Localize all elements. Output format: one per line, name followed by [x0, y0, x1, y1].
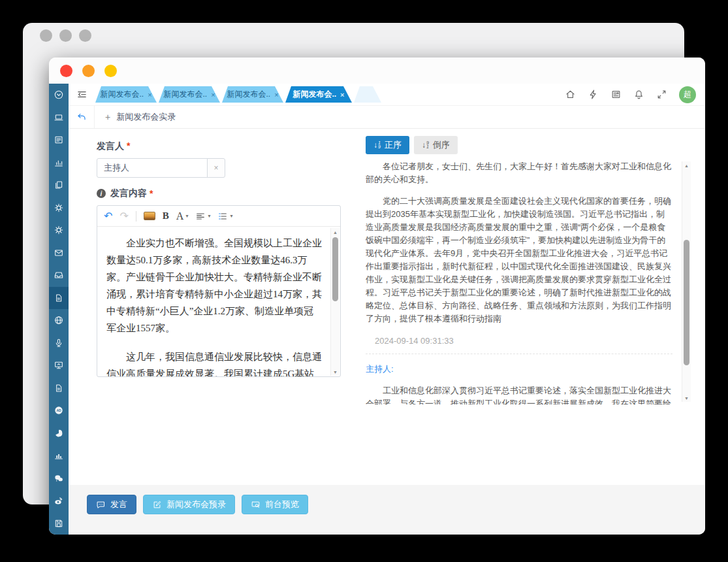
page-title: 新闻发布会实录	[116, 111, 176, 123]
scrollbar-thumb[interactable]	[332, 237, 338, 301]
fullscreen-icon[interactable]	[656, 89, 667, 100]
window-dot	[79, 29, 91, 42]
speaker-input[interactable]: 主持人	[97, 158, 208, 178]
editor-paragraph: 企业实力也不断增强。全国规模以上工业企业数量达50.1万多家，高新技术企业数量达…	[106, 235, 322, 337]
sidebar-item-ads[interactable]	[49, 399, 69, 422]
clear-speaker-button[interactable]: ×	[207, 158, 225, 178]
entry-timestamp: 2024-09-14 09:31:33	[366, 336, 673, 346]
redo-icon[interactable]: ↷	[119, 210, 128, 222]
tab-news-conference-3[interactable]: 新闻发布会.. ×	[222, 86, 283, 103]
action-footer: 发言 新闻发布会预录 前台预览	[69, 485, 705, 535]
topbar-icons: 超	[565, 86, 696, 103]
close-icon[interactable]: ×	[340, 91, 344, 99]
tab-label: 新闻发布会..	[227, 89, 270, 100]
sidebar-item-press-conference[interactable]	[49, 287, 69, 310]
tab-stub	[354, 86, 381, 103]
chevron-down-icon: ▾	[230, 213, 232, 219]
news-log-icon[interactable]	[610, 89, 622, 100]
transcript-scrollbar[interactable]: ▲ ▼	[682, 161, 691, 402]
home-icon[interactable]	[565, 89, 576, 100]
menu-fold-icon[interactable]	[76, 89, 87, 100]
editor-paragraph: 这几年，我国信息通信业发展比较快，信息通信业高质量发展成效显著。我国累计建成5G…	[106, 348, 322, 376]
sort-ascending-button[interactable]: ↓ 19 正序	[366, 136, 409, 154]
sidebar-item-pie-stats[interactable]	[49, 422, 69, 445]
sidebar-item-wechat[interactable]	[49, 467, 69, 490]
desktop-background: 新闻发布会.. × 新闻发布会.. × 新闻发布会.. × 新闻发布会..	[0, 0, 728, 562]
sidebar-item-settings-1[interactable]	[49, 197, 69, 220]
sort-numeric-asc-icon: ↓ 19	[373, 141, 381, 150]
open-tabs: 新闻发布会.. × 新闻发布会.. × 新闻发布会.. × 新闻发布会..	[95, 86, 381, 103]
insert-image-icon[interactable]	[144, 212, 155, 220]
prerecord-button[interactable]: 新闻发布会预录	[143, 495, 235, 514]
transcript-content: 各位记者朋友，女士们、先生们，大家上午好！首先感谢大家对工业和信息化部的关心和支…	[366, 160, 673, 405]
align-icon[interactable]: ▾	[195, 211, 210, 222]
tab-news-conference-4-active[interactable]: 新闻发布会.. ×	[285, 86, 352, 103]
back-button[interactable]	[69, 106, 95, 128]
ordered-list-icon[interactable]: ▾	[217, 211, 232, 222]
scroll-down-icon[interactable]: ▼	[682, 394, 691, 402]
speak-button[interactable]: 发言	[87, 495, 136, 514]
sort-asc-label: 正序	[385, 139, 402, 151]
tab-label: 新闻发布会..	[163, 89, 207, 100]
toolbar-divider	[136, 211, 136, 222]
sidebar-item-weibo[interactable]	[49, 489, 69, 512]
sidebar-item-save[interactable]	[49, 512, 69, 535]
window-dot	[59, 29, 72, 42]
undo-icon[interactable]: ↶	[104, 210, 112, 222]
sidebar-item-audio[interactable]	[49, 332, 69, 355]
transcript-paragraph: 党的二十大强调高质量发展是全面建设社会主义现代化国家的首要任务，明确提出到203…	[366, 195, 673, 325]
breadcrumb-row: + 新闻发布会实录	[69, 106, 705, 129]
editor-toolbar: ↶ ↷ B A▾ ▾ ▾	[97, 206, 340, 227]
tab-label: 新闻发布会..	[100, 89, 144, 100]
bold-icon[interactable]: B	[163, 210, 169, 222]
tab-news-conference-1[interactable]: 新闻发布会.. ×	[95, 86, 157, 103]
transcript-panel[interactable]: 各位记者朋友，女士们、先生们，大家上午好！首先感谢大家对工业和信息化部的关心和支…	[366, 160, 691, 405]
speaker-field-label: 发言人*	[97, 140, 341, 152]
sort-numeric-desc-icon: ↓ 91	[422, 141, 429, 150]
close-icon[interactable]: ×	[274, 91, 278, 99]
chevron-down-icon: ▾	[208, 213, 210, 219]
close-icon[interactable]: ×	[148, 91, 151, 99]
sidebar-item-mail[interactable]	[49, 242, 69, 265]
edit-icon	[152, 500, 162, 510]
editor-scrollbar[interactable]: ▲ ▼	[330, 228, 340, 376]
zoom-window-button[interactable]	[104, 65, 117, 77]
tab-label: 新闻发布会..	[293, 89, 336, 100]
sidebar-item-news[interactable]	[49, 129, 69, 152]
window-titlebar	[49, 58, 705, 84]
preview-icon	[251, 500, 261, 510]
tab-news-conference-2[interactable]: 新闻发布会.. ×	[159, 86, 220, 103]
sidebar-item-workspace[interactable]	[49, 107, 69, 129]
close-window-button[interactable]	[60, 65, 72, 77]
scroll-up-icon[interactable]: ▲	[331, 228, 340, 236]
close-icon[interactable]: ×	[211, 91, 215, 99]
scroll-down-icon[interactable]: ▼	[331, 368, 340, 376]
editor-content[interactable]: 企业实力也不断增强。全国规模以上工业企业数量达50.1万多家，高新技术企业数量达…	[97, 227, 340, 376]
bolt-icon[interactable]	[588, 89, 599, 100]
sidebar-item-copy[interactable]	[49, 174, 69, 197]
sidebar-item-settings-2[interactable]	[49, 219, 69, 242]
avatar[interactable]: 超	[679, 86, 696, 103]
sort-descending-button[interactable]: ↓ 91 倒序	[414, 136, 458, 154]
scrollbar-thumb[interactable]	[684, 240, 689, 365]
entry-divider	[366, 354, 673, 354]
page-content: 发言人* 主持人 × i 发言内容* ↶	[69, 129, 705, 485]
transcript-paragraph: 工业和信息化部深入贯彻习近平总书记重要论述，落实全国新型工业化推进大会部署，与各…	[366, 384, 673, 405]
sidebar-item-inbox[interactable]	[49, 264, 69, 287]
minimize-window-button[interactable]	[82, 65, 95, 77]
sort-controls: ↓ 19 正序 ↓ 91 倒序	[366, 136, 458, 154]
sidebar-item-screen-share[interactable]	[49, 354, 69, 377]
chat-bubble-icon	[96, 500, 106, 510]
font-color-icon[interactable]: A▾	[176, 210, 189, 222]
chevron-down-icon: ▾	[185, 213, 188, 219]
sidebar-item-statistics[interactable]	[49, 444, 69, 467]
frontend-preview-button[interactable]: 前台预览	[242, 495, 308, 514]
required-mark: *	[127, 140, 130, 151]
sidebar-item-analytics[interactable]	[49, 152, 69, 174]
browser-window: 新闻发布会.. × 新闻发布会.. × 新闻发布会.. × 新闻发布会..	[49, 58, 705, 535]
scroll-up-icon[interactable]: ▲	[682, 161, 691, 169]
sidebar-item-globe[interactable]	[49, 309, 69, 332]
sidebar-item-collapse[interactable]	[49, 84, 69, 107]
sidebar-item-document[interactable]	[49, 377, 69, 400]
bell-icon[interactable]	[633, 89, 644, 100]
